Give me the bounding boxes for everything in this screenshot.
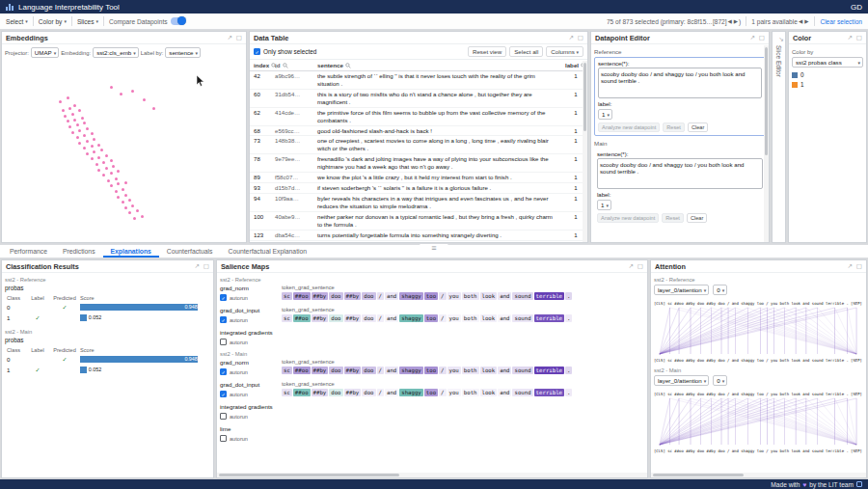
salience-token[interactable]: look [480, 367, 498, 374]
salience-token[interactable]: you [448, 292, 461, 300]
salience-token[interactable]: sound [512, 367, 532, 374]
datapoint-dot[interactable] [110, 159, 113, 162]
horizontal-scrollbar[interactable] [217, 473, 647, 477]
horizontal-scrollbar[interactable] [651, 473, 866, 477]
salience-token[interactable]: and [498, 367, 511, 374]
datapoint-dot[interactable] [97, 169, 100, 172]
autorun-checkbox[interactable]: ✓ [220, 368, 227, 375]
autorun-checkbox[interactable] [220, 413, 227, 420]
datapoint-dot[interactable] [136, 209, 139, 212]
datapoint-dot[interactable] [59, 100, 62, 103]
salience-token[interactable]: sc [282, 367, 292, 374]
datapoint-dot[interactable] [122, 188, 124, 191]
salience-token[interactable]: doo [329, 367, 342, 374]
compare-datapoints-toggle[interactable] [171, 17, 185, 25]
datapoint-dot[interactable] [110, 86, 113, 89]
salience-token[interactable]: and [385, 314, 398, 322]
maximize-icon[interactable]: ▢ [856, 34, 862, 41]
maximize-icon[interactable]: ▢ [578, 34, 583, 41]
datapoint-dot[interactable] [97, 144, 100, 147]
datapoint-dot[interactable] [143, 98, 146, 101]
salience-token[interactable]: . [565, 292, 572, 300]
datapoint-dot[interactable] [105, 154, 108, 157]
datapoint-dot[interactable] [93, 150, 95, 153]
datapoint-dot[interactable] [81, 117, 84, 120]
datapoint-dot[interactable] [105, 167, 108, 170]
salience-token[interactable]: and [385, 292, 398, 300]
salience-token[interactable]: ##by [344, 292, 362, 300]
salience-token[interactable]: sound [512, 314, 532, 322]
autorun-checkbox[interactable] [220, 339, 227, 345]
table-row[interactable]: 62414cde…the primitive force of this fil… [250, 108, 587, 126]
color-by-select[interactable]: sst2 probas class▾ [792, 57, 863, 68]
sentence-textarea[interactable]: scooby dooby doo / and shaggy too / you … [597, 158, 763, 189]
salience-token[interactable]: / [377, 292, 384, 300]
datapoint-dot[interactable] [68, 125, 71, 128]
reset-button[interactable]: Reset [662, 213, 684, 223]
salience-token[interactable]: doo [362, 389, 375, 396]
datapoint-dot[interactable] [128, 211, 131, 214]
datapoint-dot[interactable] [86, 152, 89, 155]
datapoint-dot[interactable] [76, 123, 79, 126]
datapoint-dot[interactable] [124, 181, 127, 184]
salience-token[interactable]: ##by [312, 367, 329, 374]
salience-token[interactable]: look [480, 389, 498, 396]
salience-token[interactable]: ##by [344, 389, 362, 396]
projector-select[interactable]: UMAP▾ [31, 47, 59, 58]
salience-token[interactable]: / [377, 367, 384, 374]
salience-token[interactable]: ##by [312, 314, 329, 322]
lit-footer-icon[interactable] [856, 481, 862, 487]
datapoint-dot[interactable] [141, 215, 144, 218]
datapoint-dot[interactable] [83, 134, 86, 137]
embedding-select[interactable]: sst2:cls_emb▾ [93, 47, 139, 58]
datapoint-dot[interactable] [128, 199, 131, 202]
datapoint-dot[interactable] [83, 147, 86, 149]
datapoint-dot[interactable] [68, 107, 71, 110]
label-select[interactable]: 1▾ [598, 109, 612, 120]
datapoint-dot[interactable] [107, 179, 110, 182]
embedding-scatter[interactable] [4, 61, 244, 240]
datapoint-dot[interactable] [102, 161, 105, 164]
maximize-icon[interactable]: ▢ [637, 262, 643, 270]
reset-view-button[interactable]: Reset view [468, 46, 506, 57]
datapoint-dot[interactable] [152, 107, 155, 110]
salience-token[interactable]: sc [282, 292, 292, 300]
salience-token[interactable]: ##by [344, 314, 362, 322]
attention-visualization[interactable]: [CLS] sc ##oo ##by doo ##by doo / and sh… [654, 389, 862, 454]
salience-token[interactable]: shaggy [399, 314, 423, 322]
column-header-id[interactable]: id [275, 62, 317, 68]
tab-counterfactuals[interactable]: Counterfactuals [159, 245, 221, 258]
salience-token[interactable]: look [480, 314, 498, 322]
datapoint-dot[interactable] [71, 131, 74, 134]
select-menu[interactable]: Select▾ [6, 18, 28, 25]
table-row[interactable]: 68e569cc…good old-fashioned slash-and-ha… [250, 126, 587, 137]
datapoint-dot[interactable] [95, 163, 98, 166]
salience-token[interactable]: ##by [312, 389, 329, 396]
salience-token[interactable]: you [448, 389, 461, 396]
analyze-new-datapoint-button[interactable]: Analyze new datapoint [597, 213, 659, 223]
labelby-select[interactable]: sentence▾ [165, 47, 201, 58]
table-row[interactable]: 10040abe9…neither parker nor donovan is … [250, 212, 587, 231]
table-row[interactable]: 89f58c07…we know the plot 's a little cr… [250, 173, 587, 183]
datapoint-dot[interactable] [124, 194, 127, 197]
clear-button[interactable]: Clear [687, 213, 707, 223]
color-by-menu[interactable]: Color by▾ [39, 18, 67, 25]
salience-token[interactable]: you [448, 367, 461, 374]
next-datapoint-button[interactable]: ▶ [734, 18, 738, 24]
salience-token[interactable]: and [385, 389, 398, 396]
datapoint-dot[interactable] [93, 138, 95, 141]
salience-token[interactable]: you [448, 314, 461, 322]
salience-token[interactable]: ##oo [293, 367, 311, 374]
select-all-button[interactable]: Select all [509, 46, 543, 57]
datapoint-dot[interactable] [115, 190, 118, 193]
maximize-icon[interactable]: ▢ [236, 34, 242, 41]
popout-icon[interactable]: ↗ [749, 34, 754, 41]
datapoint-dot[interactable] [78, 142, 81, 145]
salience-token[interactable]: both [462, 314, 479, 322]
salience-token[interactable]: both [462, 292, 479, 300]
slice-editor-collapsed-tab[interactable]: ↗ Slice Editor [772, 31, 786, 243]
salience-token[interactable]: ##oo [293, 292, 311, 300]
popout-icon[interactable]: ↗ [847, 34, 852, 41]
datapoint-dot[interactable] [117, 170, 120, 173]
salience-token[interactable]: too [424, 292, 438, 300]
